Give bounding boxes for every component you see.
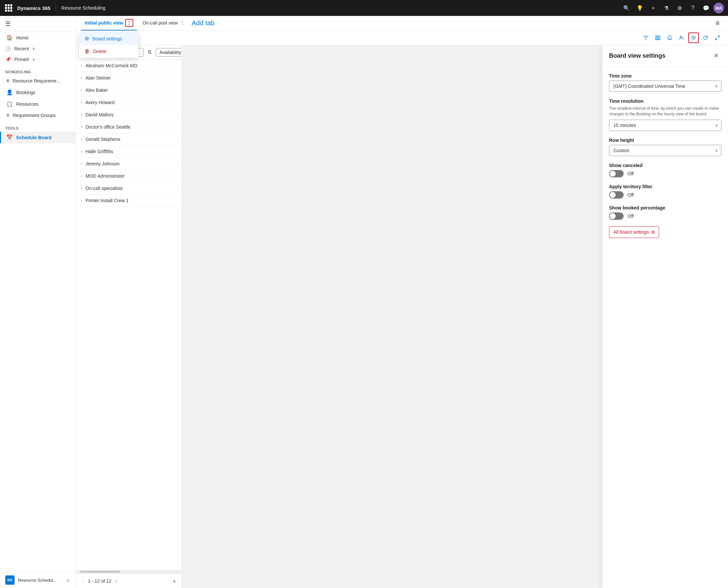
resource-chevron-icon: › bbox=[81, 112, 82, 117]
resource-item[interactable]: › Gerald Stephens bbox=[76, 133, 181, 146]
tab-initial-public-view-more[interactable]: ⋮ bbox=[125, 19, 133, 27]
resources-icon-btn[interactable] bbox=[676, 33, 687, 43]
resource-chevron-icon: › bbox=[81, 76, 82, 80]
resource-item[interactable]: › David Mallory bbox=[76, 109, 181, 121]
territory-filter-toggle[interactable] bbox=[609, 191, 624, 198]
sidebar-item-pinned[interactable]: 📌 Pinned ∨ bbox=[0, 54, 75, 65]
svg-rect-1 bbox=[657, 36, 658, 40]
resource-item[interactable]: › On-call specialists bbox=[76, 182, 181, 194]
dropdown-item-board-settings[interactable]: ⚙ Board settings bbox=[79, 32, 138, 45]
schedule-grid-area: Board view settings ✕ Time zone (GMT) Co… bbox=[181, 45, 728, 588]
resource-item[interactable]: › Jeremy Johnson bbox=[76, 158, 181, 170]
resources-icon: 📋 bbox=[6, 101, 13, 107]
app-layout: ☰ 🏠 Home 🕐 Recent ∨ 📌 Pinned ∨ Schedulin… bbox=[0, 16, 728, 588]
settings-icon-btn[interactable]: ⚙ bbox=[674, 2, 686, 14]
tab-on-call-more-icon[interactable]: ⋮ bbox=[180, 20, 185, 26]
booked-percentage-label: Show booked percentage bbox=[609, 205, 721, 210]
sidebar-item-recent[interactable]: 🕐 Recent ∨ bbox=[0, 43, 75, 54]
resource-item[interactable]: › Avery Howard bbox=[76, 97, 181, 109]
filter-icon-btn[interactable] bbox=[641, 33, 651, 43]
quick-create-icon-btn[interactable]: ＋ bbox=[647, 2, 659, 14]
horizontal-scrollbar[interactable] bbox=[76, 570, 181, 574]
sidebar-toggle[interactable]: ☰ bbox=[5, 20, 10, 27]
resource-item[interactable]: › MOD Administrator bbox=[76, 170, 181, 182]
waffle-icon bbox=[5, 4, 12, 12]
sort-icon-btn[interactable]: ⇅ bbox=[146, 48, 153, 57]
resource-item[interactable]: › Printer Install Crew 1 bbox=[76, 194, 181, 207]
sidebar-item-schedule-board[interactable]: 📅 Schedule Board bbox=[0, 131, 75, 143]
expand-icon-btn[interactable] bbox=[712, 33, 723, 43]
panel-close-btn[interactable]: ✕ bbox=[711, 50, 721, 61]
resource-name: Alan Steiner bbox=[85, 75, 111, 81]
pinned-chevron: ∨ bbox=[32, 57, 35, 62]
sidebar-item-resource-requirements[interactable]: ≡ Resource Requireme... bbox=[0, 75, 75, 86]
sidebar-item-resources[interactable]: 📋 Resources bbox=[0, 98, 75, 110]
resource-name: Printer Install Crew 1 bbox=[85, 198, 129, 203]
sidebar-item-home[interactable]: 🏠 Home bbox=[0, 32, 75, 43]
footer-collapse-btn[interactable]: ∧ bbox=[173, 579, 176, 584]
sidebar-item-requirement-groups[interactable]: ≡ Requirement Groups bbox=[0, 110, 75, 121]
columns-icon bbox=[655, 35, 660, 40]
resource-chevron-icon: › bbox=[81, 186, 82, 191]
time-resolution-select[interactable]: 5 minutes 10 minutes 15 minutes 30 minut… bbox=[609, 120, 721, 131]
time-zone-select[interactable]: (GMT) Coordinated Universal Time (GMT-05… bbox=[609, 81, 721, 92]
search-icon-btn[interactable]: 🔍 bbox=[621, 2, 633, 14]
resource-item[interactable]: › Alex Baker bbox=[76, 84, 181, 97]
recent-chevron: ∨ bbox=[32, 46, 35, 51]
time-zone-label: Time zone bbox=[609, 73, 721, 79]
booked-percentage-field: Show booked percentage Off bbox=[609, 205, 721, 220]
time-zone-field: Time zone (GMT) Coordinated Universal Ti… bbox=[609, 73, 721, 92]
resource-name: Abraham McCormick MD bbox=[85, 63, 137, 68]
resource-chevron-icon: › bbox=[81, 149, 82, 154]
resource-item[interactable]: › Doctor's office Seattle bbox=[76, 121, 181, 133]
filter-icon bbox=[643, 35, 648, 40]
booked-percentage-toggle-label: Off bbox=[627, 213, 634, 219]
sidebar-footer-pin[interactable]: ◇ bbox=[66, 578, 70, 583]
resource-name: Doctor's office Seattle bbox=[85, 124, 130, 130]
all-board-settings-button[interactable]: All board settings ⧉ bbox=[609, 226, 659, 238]
booked-percentage-toggle[interactable] bbox=[609, 212, 624, 220]
tell-me-icon-btn[interactable]: 💡 bbox=[634, 2, 646, 14]
territory-filter-toggle-label: Off bbox=[627, 192, 634, 197]
refresh-icon-btn[interactable] bbox=[700, 33, 711, 43]
resource-item[interactable]: › Alan Steiner bbox=[76, 72, 181, 84]
user-avatar[interactable]: MA bbox=[713, 3, 724, 13]
tab-bar-screen-icon[interactable]: 🖥 bbox=[712, 18, 723, 28]
show-canceled-toggle[interactable] bbox=[609, 170, 624, 177]
territory-filter-toggle-row: Off bbox=[609, 191, 721, 198]
svg-point-3 bbox=[680, 36, 682, 38]
panel-header: Board view settings ✕ bbox=[602, 45, 728, 67]
territory-filter-field: Apply territory filter Off bbox=[609, 184, 721, 198]
resource-name: Halle Griffiths bbox=[85, 149, 113, 154]
scrollbar-thumb[interactable] bbox=[80, 571, 120, 573]
pagination-info: 1 - 12 of 12 bbox=[88, 579, 111, 584]
tab-on-call-pool-view[interactable]: On-call pool view ⋮ bbox=[138, 16, 189, 30]
columns-icon-btn[interactable] bbox=[652, 33, 663, 43]
help-icon-btn[interactable]: ? bbox=[687, 2, 699, 14]
resource-name: Jeremy Johnson bbox=[85, 161, 120, 166]
dropdown-item-delete[interactable]: 🗑 Delete bbox=[79, 45, 138, 58]
advanced-find-icon-btn[interactable]: ⚗ bbox=[660, 2, 672, 14]
resource-name: Gerald Stephens bbox=[85, 136, 120, 142]
panel-body: Time zone (GMT) Coordinated Universal Ti… bbox=[602, 67, 728, 588]
feedback-icon-btn[interactable]: 💬 bbox=[700, 2, 712, 14]
resource-item[interactable]: › Abraham McCormick MD bbox=[76, 60, 181, 72]
tab-on-call-pool-view-label: On-call pool view bbox=[143, 20, 178, 25]
resource-item[interactable]: › Halle Griffiths bbox=[76, 146, 181, 158]
resources-area: ⇅ Availability ∨ › Abraham McCormick MD … bbox=[76, 45, 728, 588]
pagination-prev-btn[interactable]: ‹ bbox=[81, 577, 85, 585]
add-tab-button[interactable]: Add tab bbox=[192, 19, 215, 27]
sidebar-item-bookings[interactable]: 👤 Bookings bbox=[0, 86, 75, 98]
availability-button[interactable]: Availability ∨ bbox=[156, 48, 181, 57]
row-height-select[interactable]: Small Medium Large Custom bbox=[609, 145, 721, 156]
board-settings-icon-btn[interactable] bbox=[688, 33, 699, 43]
resource-chevron-icon: › bbox=[81, 162, 82, 166]
waffle-menu[interactable] bbox=[4, 3, 13, 13]
alerts-icon-btn[interactable] bbox=[664, 33, 675, 43]
sidebar-footer-label: Resource Schedul... bbox=[18, 578, 57, 583]
pagination-next-btn[interactable]: › bbox=[114, 577, 118, 585]
resource-chevron-icon: › bbox=[81, 100, 82, 105]
tab-initial-public-view[interactable]: Initial public view ⋮ bbox=[81, 16, 137, 30]
svg-rect-0 bbox=[656, 36, 657, 40]
board-settings-dropdown-label: Board settings bbox=[92, 36, 122, 41]
